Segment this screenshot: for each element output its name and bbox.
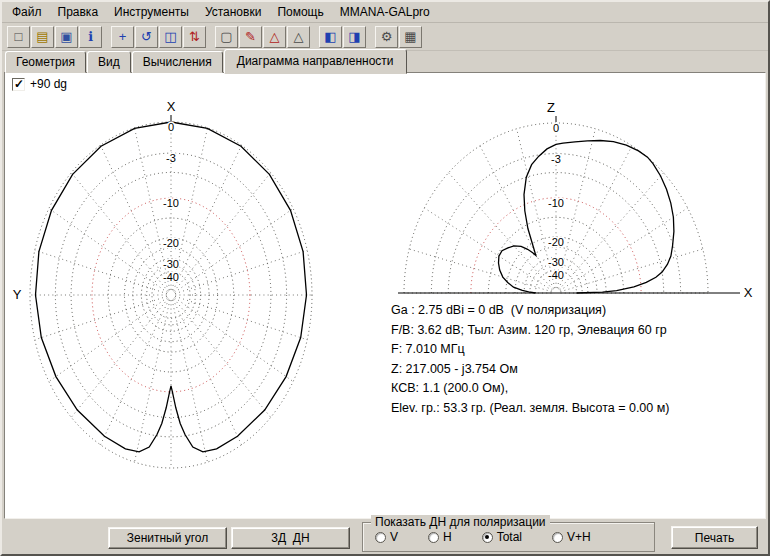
elevation-plot: 0-3-10-20-30-40ZX [398,100,753,300]
grid-spoke [560,208,688,290]
mmana-gal-window: ФайлПравкаИнструментыУстановкиПомощьMMAN… [0,0,770,556]
grid-spoke [175,250,307,293]
db-ring-label: -20 [548,236,564,248]
db-ring-label: -3 [551,153,561,165]
move-element-icon: + [119,30,127,43]
grid-spoke [175,296,307,339]
toolbar-group: ⚙▦ [375,26,423,48]
scale-levels-icon: ⇅ [189,30,200,43]
tab-calculations[interactable]: Вычисления [132,51,223,73]
db-ring [55,153,286,437]
radio-v-plus-h[interactable]: V+H [552,530,591,544]
options-tools-icon: ⚙ [381,30,393,43]
menu-setup[interactable]: Установки [197,3,269,21]
grid-spoke [174,299,271,418]
grid-spoke [35,296,167,339]
polarization-groupbox-title: Показать ДН для поляризации [371,515,550,529]
menu-help[interactable]: Помощь [269,3,331,21]
3d-pattern-button[interactable]: 3Д ДН [231,527,350,549]
pattern-triangle-icon: △ [294,30,304,43]
bottom-controls: Зенитный угол 3Д ДН Показать ДН для поля… [2,519,768,554]
tab-strip: ГеометрияВидВычисленияДиаграмма направле… [5,52,408,72]
azimuth-plot: 0-3-10-20-30-40XY [13,99,312,468]
rotate-element-icon: ↺ [141,30,152,43]
program-info-button[interactable]: ℹ [79,26,102,48]
radio-circle-v [375,532,386,543]
polarization-groupbox: Показать ДН для поляризации VHTotalV+H [362,522,655,552]
axis-side-label: X [744,285,753,300]
db-ring-label: -30 [548,256,564,268]
menubar: ФайлПравкаИнструментыУстановкиПомощьMMAN… [2,2,768,23]
save-file-icon: ▣ [60,30,72,43]
grid-spoke [101,145,169,290]
new-file-button[interactable]: □ [7,26,30,48]
pattern-triangle-button[interactable]: △ [287,26,310,48]
program-info-icon: ℹ [88,30,93,43]
paste-button[interactable]: ◨ [343,26,366,48]
grid-spoke [71,299,168,418]
data-table-button[interactable]: ▦ [399,26,422,48]
rotate-element-button[interactable]: ↺ [135,26,158,48]
plus90dg-checkbox-row: ✓ +90 dg [12,77,67,91]
results-text: Ga : 2.75 dBi = 0 dB (V поляризация)F/B:… [391,301,670,418]
radio-label-h: H [443,530,452,544]
plus90dg-checkbox-label: +90 dg [30,77,67,91]
radio-label-v-plus-h: V+H [567,530,591,544]
db-ring-label: 0 [553,122,559,134]
radio-h[interactable]: H [428,530,452,544]
new-file-icon: □ [15,30,23,43]
radio-total[interactable]: Total [482,530,522,544]
results-line: F/B: 3.62 dB; Тыл: Азим. 120 гр, Элеваци… [391,321,670,341]
results-line: КСВ: 1.1 (200.0 Ом), [391,379,670,399]
data-table-icon: ▦ [404,30,416,43]
db-ring-label: -20 [163,237,179,249]
results-line: Ga : 2.75 dBi = 0 dB (V поляризация) [391,301,670,321]
move-element-button[interactable]: + [111,26,134,48]
grid-spoke [175,209,293,293]
grid-spoke [101,299,169,444]
menu-edit[interactable]: Правка [50,3,107,21]
grid-spoke [174,173,271,292]
save-file-button[interactable]: ▣ [55,26,78,48]
menu-mmana-galpro[interactable]: MMANA-GALpro [332,3,438,21]
copy-button[interactable]: ◧ [319,26,342,48]
grid-spoke [409,249,551,292]
toolbar-group: □▤▣ℹ [7,26,103,48]
radio-label-total: Total [497,530,522,544]
grid-spoke [173,299,241,444]
scale-levels-button[interactable]: ⇅ [183,26,206,48]
menu-tools[interactable]: Инструменты [106,3,197,21]
db-ring-label: 0 [168,121,174,133]
open-file-icon: ▤ [36,30,48,43]
tab-far-field-plots[interactable]: Диаграмма направленности [224,49,407,74]
db-ring-label: -40 [163,271,179,283]
calculate-triangle-icon: △ [270,30,280,43]
options-tools-button[interactable]: ⚙ [375,26,398,48]
grid-spoke [71,173,168,292]
tab-geometry[interactable]: Геометрия [5,51,86,73]
calculate-triangle-button[interactable]: △ [263,26,286,48]
plus90dg-checkbox[interactable]: ✓ [12,78,25,91]
axis-side-label: Y [13,287,22,302]
radio-circle-total [482,532,493,543]
zenith-angle-button[interactable]: Зенитный угол [108,527,227,549]
toolbar: □▤▣ℹ+↺◫⇅▢✎△△◧◨⚙▦ [2,23,768,51]
wire-edit-page-button[interactable]: ▢ [215,26,238,48]
edit-antenna-button[interactable]: ✎ [239,26,262,48]
wire-edit-page-icon: ▢ [220,30,232,43]
grid-spoke [559,173,663,290]
menu-file[interactable]: Файл [4,3,50,21]
open-file-button[interactable]: ▤ [31,26,54,48]
radio-circle-h [428,532,439,543]
grid-spoke [173,145,241,290]
edit-antenna-icon: ✎ [245,30,256,43]
grid-spoke [560,249,702,292]
tab-view[interactable]: Вид [87,51,131,73]
duplicate-view-button[interactable]: ◫ [159,26,182,48]
radio-label-v: V [390,530,398,544]
db-ring-label: -30 [163,258,179,270]
check-icon: ✓ [14,77,24,91]
radio-v[interactable]: V [375,530,398,544]
axis-top-label: X [167,99,176,114]
print-button[interactable]: Печать [671,526,758,549]
